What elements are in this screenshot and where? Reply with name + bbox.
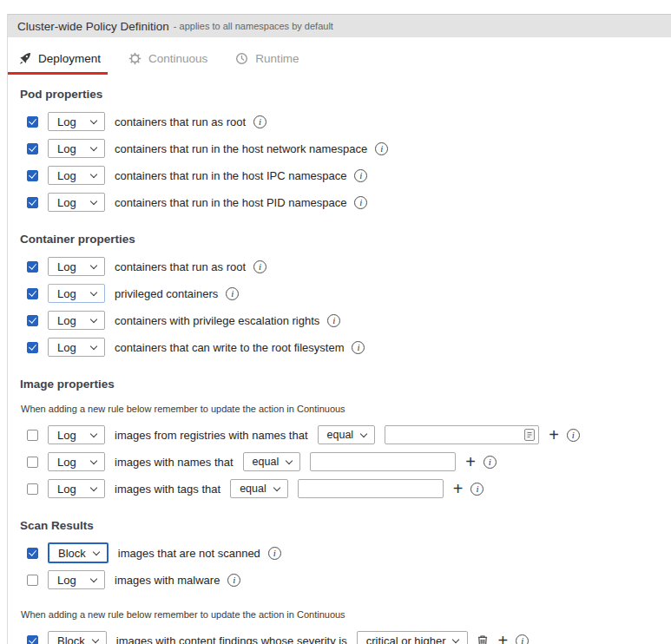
rule-checkbox[interactable]: [27, 288, 38, 299]
value-input-wrap: [310, 452, 456, 471]
info-icon[interactable]: i: [227, 574, 240, 587]
info-icon[interactable]: i: [268, 547, 281, 560]
severity-select[interactable]: critical or higher: [357, 631, 469, 644]
chevron-down-icon: [90, 143, 97, 150]
pod-rules: Logcontainers that run as rootiLogcontai…: [20, 112, 671, 220]
info-icon[interactable]: i: [567, 429, 580, 442]
chevron-down-icon: [90, 315, 97, 322]
rule-checkbox[interactable]: [27, 261, 38, 273]
rule-label: containers that run in the host IPC name…: [115, 169, 346, 182]
match-select[interactable]: equal: [230, 479, 288, 498]
rule-checkbox[interactable]: [27, 116, 38, 128]
value-input[interactable]: [298, 479, 444, 498]
rule-checkbox[interactable]: [27, 483, 38, 495]
action-select[interactable]: Log: [48, 338, 105, 357]
value-input[interactable]: [310, 452, 456, 471]
section-container-properties: Container properties Logcontainers that …: [8, 232, 671, 365]
info-icon[interactable]: i: [484, 456, 497, 469]
info-icon[interactable]: i: [327, 314, 340, 327]
action-select[interactable]: Log: [48, 452, 105, 471]
rule-checkbox[interactable]: [27, 315, 38, 326]
info-icon[interactable]: i: [352, 341, 365, 354]
rule-checkbox[interactable]: [27, 430, 38, 441]
container-rules: Logcontainers that run as rootiLogprivil…: [20, 257, 671, 365]
rule-checkbox[interactable]: [27, 342, 38, 353]
action-select[interactable]: Log: [48, 257, 105, 276]
add-rule-button[interactable]: +: [453, 483, 464, 495]
section-pod-properties: Pod properties Logcontainers that run as…: [8, 87, 671, 220]
clock-icon: [235, 52, 248, 65]
policy-rule-row: Logcontainers that run in the host IPC n…: [20, 166, 671, 185]
match-select[interactable]: equal: [318, 425, 376, 444]
action-select[interactable]: Log: [48, 311, 105, 330]
action-select-value: Log: [57, 314, 76, 327]
action-select[interactable]: Log: [48, 284, 105, 303]
rule-checkbox[interactable]: [27, 457, 38, 468]
policy-rule-row: Logcontainers that can write to the root…: [20, 338, 671, 357]
action-select[interactable]: Log: [48, 570, 105, 589]
action-select[interactable]: Log: [48, 166, 105, 185]
chevron-down-icon: [360, 430, 367, 437]
chevron-down-icon: [90, 483, 97, 490]
tab-label: Continuous: [148, 52, 207, 65]
match-select-value: equal: [253, 456, 280, 468]
tab-deployment[interactable]: Deployment: [8, 48, 108, 75]
rule-label: containers that run in the host network …: [115, 142, 367, 155]
info-icon[interactable]: i: [253, 115, 266, 128]
policy-rule-row: Logimages with malwarei: [20, 570, 671, 589]
rule-label: containers that run as root: [115, 115, 246, 128]
action-select[interactable]: Log: [48, 112, 105, 131]
action-select[interactable]: Block: [48, 631, 107, 644]
action-select-value: Log: [57, 260, 76, 273]
image-rules: Logimages from registries with names tha…: [20, 425, 671, 506]
rule-checkbox[interactable]: [27, 143, 38, 154]
scan-rules-bottom: Blockimages with content findings whose …: [20, 631, 671, 644]
chevron-down-icon: [90, 342, 97, 349]
match-select[interactable]: equal: [243, 452, 301, 471]
value-input[interactable]: [385, 425, 539, 444]
severity-select-value: critical or higher: [366, 634, 446, 644]
chevron-down-icon: [90, 116, 97, 123]
action-select[interactable]: Block: [48, 542, 109, 563]
gear-icon: [128, 52, 141, 65]
continuous-reminder-note: When adding a new rule below remember to…: [21, 609, 671, 621]
info-icon[interactable]: i: [253, 260, 266, 273]
action-select[interactable]: Log: [48, 425, 105, 444]
rule-label: images with malware: [115, 574, 220, 587]
rule-checkbox[interactable]: [27, 548, 38, 559]
rule-label: containers with privilege escalation rig…: [115, 314, 319, 327]
add-rule-button[interactable]: +: [497, 634, 508, 644]
policy-rule-row: Blockimages with content findings whose …: [20, 631, 671, 644]
action-select[interactable]: Log: [48, 193, 105, 212]
chevron-down-icon: [273, 483, 280, 490]
info-icon[interactable]: i: [470, 483, 484, 496]
info-icon[interactable]: i: [516, 634, 529, 644]
rule-checkbox[interactable]: [27, 197, 38, 208]
add-rule-button[interactable]: +: [465, 456, 476, 468]
action-select[interactable]: Log: [48, 139, 105, 158]
rule-checkbox[interactable]: [27, 575, 38, 586]
match-select-value: equal: [327, 429, 354, 441]
info-icon[interactable]: i: [226, 287, 239, 300]
section-heading: Scan Results: [20, 518, 671, 533]
info-icon[interactable]: i: [375, 142, 388, 155]
rule-checkbox[interactable]: [27, 170, 38, 181]
rule-label: images that are not scanned: [118, 547, 260, 560]
policy-rule-row: Logcontainers that run in the host netwo…: [20, 139, 671, 158]
action-select-value: Block: [58, 547, 86, 560]
policy-rule-row: Logimages with names thatequal+i: [20, 452, 671, 471]
continuous-reminder-note: When adding a new rule below remember to…: [21, 404, 671, 415]
tab-runtime[interactable]: Runtime: [225, 48, 306, 75]
info-icon[interactable]: i: [354, 169, 367, 182]
add-rule-button[interactable]: +: [549, 429, 559, 441]
delete-rule-button[interactable]: [477, 635, 488, 644]
rule-checkbox[interactable]: [27, 635, 38, 644]
action-select[interactable]: Log: [48, 479, 105, 498]
rule-label: containers that can write to the root fi…: [115, 341, 344, 354]
tab-continuous[interactable]: Continuous: [118, 48, 214, 75]
policy-rule-row: Logcontainers that run in the host PID n…: [20, 193, 671, 212]
section-heading: Pod properties: [20, 87, 671, 102]
list-picker-icon[interactable]: [524, 429, 535, 441]
scan-rules-top: Blockimages that are not scannediLogimag…: [20, 543, 671, 597]
info-icon[interactable]: i: [354, 196, 367, 209]
